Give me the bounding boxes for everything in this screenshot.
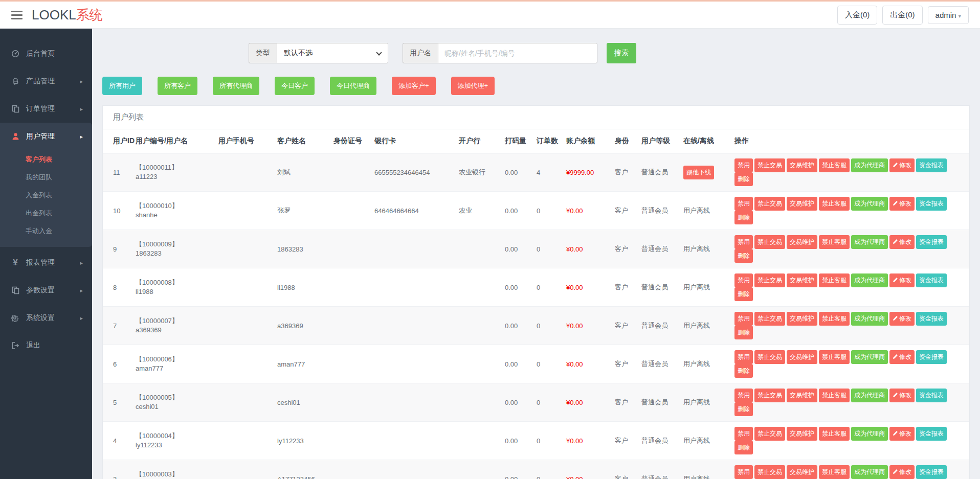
username-input[interactable] xyxy=(438,43,597,63)
edit-button[interactable]: 修改 xyxy=(889,158,915,172)
delete-button[interactable]: 删除 xyxy=(734,364,753,378)
trade-maintenance-button[interactable]: 交易维护 xyxy=(787,389,817,402)
sidebar-item-products[interactable]: 产品管理▸ xyxy=(0,67,92,95)
sidebar-subitem-my-team[interactable]: 我的团队 xyxy=(0,168,92,186)
make-agent-button[interactable]: 成为代理商 xyxy=(851,350,888,364)
trade-maintenance-button[interactable]: 交易维护 xyxy=(787,312,817,326)
hamburger-menu-icon[interactable] xyxy=(11,11,23,19)
delete-button[interactable]: 删除 xyxy=(734,172,753,186)
sidebar-subitem-withdraw-list[interactable]: 出金列表 xyxy=(0,204,92,222)
make-agent-button[interactable]: 成为代理商 xyxy=(851,465,888,479)
ban-trade-button[interactable]: 禁止交易 xyxy=(754,389,785,402)
delete-button[interactable]: 删除 xyxy=(734,287,753,301)
sidebar-item-system[interactable]: 系统设置▸ xyxy=(0,304,92,332)
disable-button[interactable]: 禁用 xyxy=(734,197,753,211)
ban-service-button[interactable]: 禁止客服 xyxy=(819,465,850,479)
ban-trade-button[interactable]: 禁止交易 xyxy=(754,465,785,479)
disable-button[interactable]: 禁用 xyxy=(734,465,753,479)
ban-service-button[interactable]: 禁止客服 xyxy=(819,273,850,287)
ban-service-button[interactable]: 禁止客服 xyxy=(819,389,850,402)
ban-service-button[interactable]: 禁止客服 xyxy=(819,197,850,211)
ban-service-button[interactable]: 禁止客服 xyxy=(819,350,850,364)
fund-report-button[interactable]: 资金报表 xyxy=(916,389,947,402)
kick-offline-button[interactable]: 踢他下线 xyxy=(683,166,714,179)
ban-trade-button[interactable]: 禁止交易 xyxy=(754,158,785,172)
sidebar-item-reports[interactable]: ¥报表管理▸ xyxy=(0,249,92,277)
fund-report-button[interactable]: 资金报表 xyxy=(916,465,947,479)
edit-button[interactable]: 修改 xyxy=(889,235,915,249)
add-customer-button[interactable]: 添加客户+ xyxy=(392,77,436,95)
disable-button[interactable]: 禁用 xyxy=(734,350,753,364)
make-agent-button[interactable]: 成为代理商 xyxy=(851,235,888,249)
ban-service-button[interactable]: 禁止客服 xyxy=(819,427,850,441)
ban-service-button[interactable]: 禁止客服 xyxy=(819,235,850,249)
delete-button[interactable]: 删除 xyxy=(734,326,753,339)
trade-maintenance-button[interactable]: 交易维护 xyxy=(787,235,817,249)
ban-service-button[interactable]: 禁止客服 xyxy=(819,158,850,172)
ban-trade-button[interactable]: 禁止交易 xyxy=(754,273,785,287)
trade-maintenance-button[interactable]: 交易维护 xyxy=(787,197,817,211)
edit-button[interactable]: 修改 xyxy=(889,465,915,479)
trade-maintenance-button[interactable]: 交易维护 xyxy=(787,273,817,287)
ban-trade-button[interactable]: 禁止交易 xyxy=(754,235,785,249)
sidebar-subitem-customer-list[interactable]: 客户列表 xyxy=(0,150,92,168)
all-users-button[interactable]: 所有用户 xyxy=(102,77,142,95)
ban-service-button[interactable]: 禁止客服 xyxy=(819,312,850,326)
edit-button[interactable]: 修改 xyxy=(889,312,915,326)
deposit-button[interactable]: 入金(0) xyxy=(837,6,877,25)
table-row: 10【10000010】shanhe张罗646464664664农业0.000¥… xyxy=(103,192,969,230)
make-agent-button[interactable]: 成为代理商 xyxy=(851,273,888,287)
disable-button[interactable]: 禁用 xyxy=(734,312,753,326)
today-customers-button[interactable]: 今日客户 xyxy=(275,77,315,95)
type-filter-select[interactable]: 默认不选 xyxy=(277,43,388,63)
fund-report-button[interactable]: 资金报表 xyxy=(916,427,947,441)
trade-maintenance-button[interactable]: 交易维护 xyxy=(787,350,817,364)
sidebar-item-users[interactable]: 用户管理▸ xyxy=(0,123,92,150)
ban-trade-button[interactable]: 禁止交易 xyxy=(754,312,785,326)
delete-button[interactable]: 删除 xyxy=(734,249,753,263)
edit-button[interactable]: 修改 xyxy=(889,350,915,364)
ban-trade-button[interactable]: 禁止交易 xyxy=(754,427,785,441)
sidebar-item-logout[interactable]: 退出 xyxy=(0,332,92,359)
disable-button[interactable]: 禁用 xyxy=(734,273,753,287)
search-button[interactable]: 搜索 xyxy=(607,43,636,63)
make-agent-button[interactable]: 成为代理商 xyxy=(851,389,888,402)
make-agent-button[interactable]: 成为代理商 xyxy=(851,158,888,172)
all-customers-button[interactable]: 所有客户 xyxy=(158,77,197,95)
fund-report-button[interactable]: 资金报表 xyxy=(916,158,947,172)
trade-maintenance-button[interactable]: 交易维护 xyxy=(787,465,817,479)
disable-button[interactable]: 禁用 xyxy=(734,158,753,172)
sidebar-item-params[interactable]: 参数设置▸ xyxy=(0,277,92,304)
make-agent-button[interactable]: 成为代理商 xyxy=(851,197,888,211)
fund-report-button[interactable]: 资金报表 xyxy=(916,273,947,287)
edit-button[interactable]: 修改 xyxy=(889,273,915,287)
delete-button[interactable]: 删除 xyxy=(734,441,753,454)
today-agents-button[interactable]: 今日代理商 xyxy=(330,77,376,95)
disable-button[interactable]: 禁用 xyxy=(734,389,753,402)
fund-report-button[interactable]: 资金报表 xyxy=(916,312,947,326)
make-agent-button[interactable]: 成为代理商 xyxy=(851,427,888,441)
make-agent-button[interactable]: 成为代理商 xyxy=(851,312,888,326)
disable-button[interactable]: 禁用 xyxy=(734,235,753,249)
sidebar-item-orders[interactable]: 订单管理▸ xyxy=(0,95,92,123)
fund-report-button[interactable]: 资金报表 xyxy=(916,235,947,249)
edit-button[interactable]: 修改 xyxy=(889,427,915,441)
fund-report-button[interactable]: 资金报表 xyxy=(916,197,947,211)
ban-trade-button[interactable]: 禁止交易 xyxy=(754,197,785,211)
sidebar-item-home[interactable]: 后台首页 xyxy=(0,40,92,67)
edit-button[interactable]: 修改 xyxy=(889,197,915,211)
add-agent-button[interactable]: 添加代理+ xyxy=(451,77,495,95)
admin-dropdown[interactable]: admin▾ xyxy=(928,6,969,24)
trade-maintenance-button[interactable]: 交易维护 xyxy=(787,158,817,172)
delete-button[interactable]: 删除 xyxy=(734,211,753,224)
delete-button[interactable]: 删除 xyxy=(734,402,753,416)
fund-report-button[interactable]: 资金报表 xyxy=(916,350,947,364)
trade-maintenance-button[interactable]: 交易维护 xyxy=(787,427,817,441)
edit-button[interactable]: 修改 xyxy=(889,389,915,402)
sidebar-subitem-deposit-list[interactable]: 入金列表 xyxy=(0,186,92,204)
withdraw-button[interactable]: 出金(0) xyxy=(882,6,922,25)
ban-trade-button[interactable]: 禁止交易 xyxy=(754,350,785,364)
sidebar-subitem-manual-deposit[interactable]: 手动入金 xyxy=(0,222,92,240)
all-agents-button[interactable]: 所有代理商 xyxy=(213,77,259,95)
disable-button[interactable]: 禁用 xyxy=(734,427,753,441)
